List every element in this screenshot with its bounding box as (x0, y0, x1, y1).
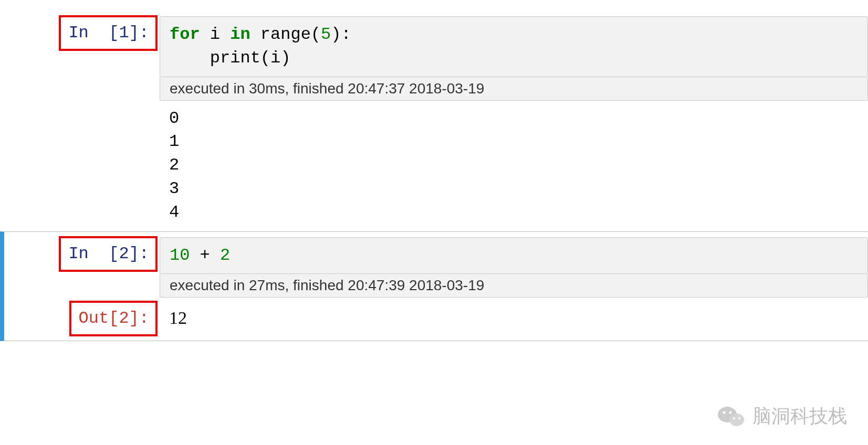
notebook-container: In [1]: for i in range(5): print(i) exec… (0, 0, 868, 341)
prompt-col: In [2]: (26, 236, 158, 298)
out-prompt-2: Out[2]: (69, 301, 158, 336)
indent (170, 48, 210, 68)
out-line-0: 0 (169, 109, 179, 128)
var-i: i (210, 25, 220, 44)
exec-info-1: executed in 30ms, finished 20:47:37 2018… (160, 77, 868, 101)
var-i2: i (270, 48, 280, 68)
cell-content: 10 + 2 executed in 27ms, finished 20:47:… (158, 236, 868, 298)
cell-1: In [1]: for i in range(5): print(i) exec… (0, 10, 868, 231)
in-prompt-1: In [1]: (59, 15, 158, 51)
prompt-col: In [1]: (26, 15, 158, 227)
colon: : (341, 25, 351, 44)
kw-for: for (170, 25, 200, 44)
out-row-2: Out[2]: 12 (26, 301, 868, 336)
exec-info-2: executed in 27ms, finished 20:47:39 2018… (160, 274, 868, 298)
num-10: 10 (170, 246, 190, 265)
fn-range: range (260, 25, 311, 44)
out-line-1: 1 (169, 132, 179, 151)
out-content: 12 (158, 301, 868, 330)
fn-print: print (210, 48, 260, 68)
rparen2: ) (280, 48, 290, 68)
in-prompt-2: In [2]: (59, 236, 158, 272)
out-prompt-col: Out[2]: (26, 301, 158, 336)
code-input-2[interactable]: 10 + 2 (160, 237, 868, 274)
plus: + (190, 246, 220, 265)
code-input-1[interactable]: for i in range(5): print(i) (160, 16, 868, 77)
lparen2: ( (260, 48, 270, 68)
cell-content: for i in range(5): print(i) executed in … (158, 15, 868, 227)
out-line-3: 3 (169, 179, 179, 198)
lparen: ( (311, 25, 321, 44)
cell-2: In [2]: 10 + 2 executed in 27ms, finishe… (0, 231, 868, 342)
out-line-4: 4 (169, 203, 179, 222)
num-2: 2 (220, 246, 230, 265)
num-5: 5 (321, 25, 331, 44)
kw-in: in (230, 25, 250, 44)
out-value-2: 12 (160, 301, 868, 330)
out-line-2: 2 (169, 155, 179, 175)
stdout-output-1: 0 1 2 3 4 (160, 101, 868, 227)
rparen: ) (331, 25, 341, 44)
